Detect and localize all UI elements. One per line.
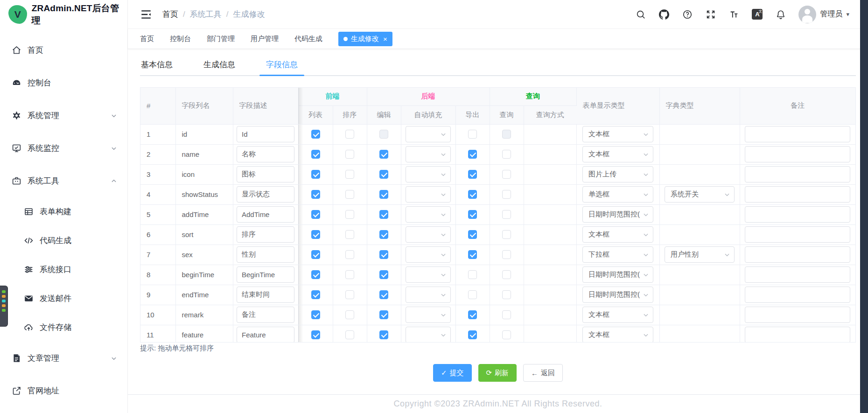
column-desc-input[interactable] [237,146,294,162]
autofill-select[interactable] [406,166,451,182]
remark-input[interactable] [745,186,850,203]
sidebar-item-article-mgmt[interactable]: 文章管理 [0,342,127,374]
display-type-select[interactable]: 日期时间范围控( [582,266,653,283]
display-type-select[interactable]: 文本框 [582,126,653,142]
list-checkbox[interactable] [311,130,320,139]
display-type-select[interactable]: 文本框 [582,146,653,162]
sort-checkbox[interactable] [345,270,354,279]
sort-checkbox[interactable] [345,150,354,159]
sort-checkbox[interactable] [345,330,354,339]
export-checkbox[interactable] [468,270,477,279]
sort-checkbox[interactable] [345,250,354,259]
column-desc-input[interactable] [237,266,294,283]
language-icon[interactable]: A文 [752,9,763,20]
sidebar-item-system-tools[interactable]: 系统工具 [0,164,127,197]
sidebar-item-system-mgmt[interactable]: 系统管理 [0,99,127,132]
list-checkbox[interactable] [311,270,320,279]
tag-home[interactable]: 首页 [140,35,154,43]
help-icon[interactable] [682,9,693,20]
autofill-select[interactable] [406,206,451,223]
query-checkbox[interactable] [502,190,511,199]
autofill-select[interactable] [406,186,451,203]
edit-checkbox[interactable] [379,150,388,159]
query-checkbox[interactable] [502,130,511,139]
edit-checkbox[interactable] [379,270,388,279]
remark-input[interactable] [745,126,850,142]
remark-input[interactable] [745,287,850,303]
column-desc-input[interactable] [237,327,294,343]
remark-input[interactable] [745,166,850,182]
export-checkbox[interactable] [468,150,477,159]
query-checkbox[interactable] [502,170,511,179]
close-icon[interactable]: × [383,35,387,42]
column-desc-input[interactable] [237,186,294,203]
sidebar-item-official-site[interactable]: 官网地址 [0,374,127,407]
column-desc-input[interactable] [237,126,294,142]
export-checkbox[interactable] [468,130,477,139]
query-checkbox[interactable] [502,210,511,219]
column-desc-input[interactable] [237,226,294,243]
sidebar-item-dashboard[interactable]: 控制台 [0,66,127,99]
remark-input[interactable] [745,146,850,162]
sidebar-item-send-mail[interactable]: 发送邮件 [0,284,127,313]
edit-checkbox[interactable] [379,330,388,339]
list-checkbox[interactable] [311,190,320,199]
dict-type-select[interactable]: 用户性别 [665,246,735,263]
tag-user-mgmt[interactable]: 用户管理 [251,35,279,43]
query-checkbox[interactable] [502,290,511,299]
breadcrumb-home[interactable]: 首页 [162,9,178,20]
autofill-select[interactable] [406,226,451,243]
display-type-select[interactable]: 文本框 [582,327,653,343]
autofill-select[interactable] [406,146,451,162]
autofill-select[interactable] [406,126,451,142]
display-type-select[interactable]: 文本框 [582,307,653,323]
sort-checkbox[interactable] [345,190,354,199]
edit-checkbox[interactable] [379,290,388,299]
display-type-select[interactable]: 文本框 [582,226,653,243]
sort-checkbox[interactable] [345,230,354,239]
sidebar-item-system-monitor[interactable]: 系统监控 [0,132,127,164]
query-checkbox[interactable] [502,330,511,339]
floating-widget-handle[interactable] [0,286,8,327]
list-checkbox[interactable] [311,330,320,339]
list-checkbox[interactable] [311,150,320,159]
sidebar-item-home[interactable]: 首页 [0,34,127,66]
refresh-button[interactable]: ⟳刷新 [478,364,517,382]
display-type-select[interactable]: 下拉框 [582,246,653,263]
display-type-select[interactable]: 日期时间范围控( [582,287,653,303]
sidebar-item-form-builder[interactable]: 表单构建 [0,197,127,226]
sidebar-item-system-api[interactable]: 系统接口 [0,255,127,284]
tab-gen-info[interactable]: 生成信息 [203,56,236,75]
export-checkbox[interactable] [468,310,477,319]
tab-field-info[interactable]: 字段信息 [265,56,299,75]
autofill-select[interactable] [406,266,451,283]
remark-input[interactable] [745,206,850,223]
breadcrumb-system-tools[interactable]: 系统工具 [190,9,222,20]
query-checkbox[interactable] [502,230,511,239]
export-checkbox[interactable] [468,230,477,239]
edit-checkbox[interactable] [379,130,388,139]
query-checkbox[interactable] [502,150,511,159]
export-checkbox[interactable] [468,330,477,339]
export-checkbox[interactable] [468,170,477,179]
edit-checkbox[interactable] [379,250,388,259]
export-checkbox[interactable] [468,250,477,259]
list-checkbox[interactable] [311,310,320,319]
list-checkbox[interactable] [311,210,320,219]
sidebar-collapse-button[interactable] [140,8,152,21]
edit-checkbox[interactable] [379,310,388,319]
tag-gen-edit-active[interactable]: 生成修改 × [338,32,392,46]
page-scrollbar[interactable] [860,0,868,413]
tab-basic-info[interactable]: 基本信息 [140,56,174,75]
logo-area[interactable]: V ZRAdmin.NET后台管理 [0,0,127,29]
export-checkbox[interactable] [468,290,477,299]
autofill-select[interactable] [406,307,451,323]
tag-code-gen[interactable]: 代码生成 [294,35,322,43]
display-type-select[interactable]: 单选框 [582,186,653,203]
query-checkbox[interactable] [502,310,511,319]
sidebar-item-code-gen[interactable]: 代码生成 [0,226,127,255]
sort-checkbox[interactable] [345,210,354,219]
font-size-icon[interactable] [728,9,739,20]
edit-checkbox[interactable] [379,170,388,179]
display-type-select[interactable]: 日期时间范围控( [582,206,653,223]
